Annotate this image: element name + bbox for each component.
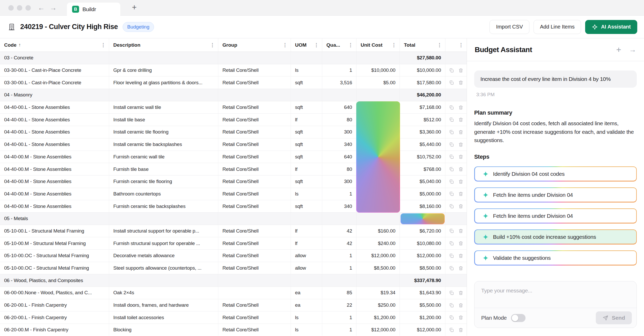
unit-cost-cell[interactable]: $19.34 <box>356 287 400 299</box>
plan-mode-toggle[interactable] <box>511 314 526 322</box>
plan-step-card-5[interactable]: Validate the suggestions <box>474 250 637 265</box>
column-header-actions[interactable]: ⋮ <box>445 38 467 52</box>
total-cell[interactable]: $6,720.00 <box>400 225 445 237</box>
code-cell[interactable]: 04-40-00.L - Stone Assemblies <box>0 126 109 138</box>
description-cell[interactable]: Oak 2×4s <box>109 287 218 299</box>
code-cell[interactable]: 04-40-00.L - Stone Assemblies <box>0 101 109 114</box>
total-cell[interactable]: $512.00 <box>400 114 445 126</box>
trash-icon[interactable] <box>458 303 464 308</box>
add-line-items-button[interactable]: Add Line Items <box>534 20 581 34</box>
copy-icon[interactable] <box>449 253 454 258</box>
column-header-uom[interactable]: UOM⋮ <box>291 38 322 52</box>
group-cell[interactable]: Retail Core/Shell <box>218 163 291 175</box>
trash-icon[interactable] <box>458 315 464 320</box>
group-cell[interactable]: Retail Core/Shell <box>218 262 291 274</box>
copy-icon[interactable] <box>449 265 454 271</box>
total-cell[interactable]: $12,000.00 <box>400 324 445 336</box>
code-cell[interactable]: 04-40-00.L - Stone Assemblies <box>0 138 109 151</box>
quantity-cell[interactable]: 1 <box>322 250 356 262</box>
description-cell[interactable]: Bathroom countertops <box>109 188 218 200</box>
description-cell[interactable]: Install ceramic tile flooring <box>109 126 218 138</box>
group-cell[interactable]: Retail Core/Shell <box>218 311 291 324</box>
code-cell[interactable]: 06-20-00.L - Finish Carpentry <box>0 299 109 311</box>
code-cell[interactable]: 05-10-00.OC - Structural Metal Framing <box>0 262 109 274</box>
trash-icon[interactable] <box>458 154 464 159</box>
column-header-total[interactable]: Total⋮ <box>400 38 445 52</box>
browser-tab-buildr[interactable]: B Buildr <box>67 3 120 16</box>
window-zoom-button[interactable] <box>25 5 31 11</box>
column-header-code[interactable]: Code↑⋮ <box>0 38 109 52</box>
unit-cost-cell[interactable]: $12,000.00 <box>356 250 400 262</box>
description-cell[interactable]: Floor leveling at glass partitions & doo… <box>109 76 218 89</box>
quantity-cell[interactable]: 85 <box>322 287 356 299</box>
unit-cost-cell[interactable]: $16.80 <box>356 151 400 163</box>
unit-cost-cell[interactable]: $10,000.00 <box>356 64 400 76</box>
group-cell[interactable]: Retail Core/Shell <box>218 101 291 114</box>
description-cell[interactable]: Install toilet accessories <box>109 311 218 324</box>
code-cell[interactable]: 05-10-00.OC - Structural Metal Framing <box>0 250 109 262</box>
copy-icon[interactable] <box>449 80 454 85</box>
total-cell[interactable]: $1,200.00 <box>400 311 445 324</box>
description-cell[interactable]: Furnish ceramic tile flooring <box>109 176 218 188</box>
code-cell[interactable]: 06-20-00.M - Finish Carpentry <box>0 324 109 336</box>
plan-step-card-2[interactable]: Fetch line items under Division 04 <box>474 187 637 202</box>
group-cell[interactable]: Retail Core/Shell <box>218 114 291 126</box>
group-cell[interactable]: Retail Core/Shell <box>218 138 291 151</box>
uom-cell[interactable]: ls <box>291 311 322 324</box>
code-cell[interactable]: 05-10-00.L - Structural Metal Framing <box>0 225 109 237</box>
code-cell[interactable]: 04-40-00.L - Stone Assemblies <box>0 114 109 126</box>
description-cell[interactable]: Install tile base <box>109 114 218 126</box>
total-cell[interactable]: $5,500.00 <box>400 299 445 311</box>
copy-icon[interactable] <box>449 179 454 184</box>
description-cell[interactable]: Furnish ceramic tile backsplashes <box>109 200 218 212</box>
trash-icon[interactable] <box>458 129 464 135</box>
unit-cost-cell[interactable]: $250.00 <box>356 299 400 311</box>
total-cell[interactable]: $12,000.00 <box>400 250 445 262</box>
total-cell[interactable]: $10,752.00 <box>400 151 445 163</box>
quantity-cell[interactable]: 300 <box>322 176 356 188</box>
code-cell[interactable]: 04-40-00.M - Stone Assemblies <box>0 200 109 212</box>
copy-icon[interactable] <box>449 105 454 110</box>
column-header-description[interactable]: Description⋮ <box>109 38 218 52</box>
group-cell[interactable]: Retail Core/Shell <box>218 237 291 249</box>
unit-cost-cell[interactable]: $11.20 <box>356 101 400 114</box>
description-cell[interactable]: Blocking <box>109 324 218 336</box>
plan-step-card-1[interactable]: Identify Division 04 cost codes <box>474 166 637 181</box>
unit-cost-cell[interactable]: $24.00 <box>356 200 400 212</box>
copy-icon[interactable] <box>449 154 454 159</box>
description-cell[interactable]: Furnish structural support for operable … <box>109 237 218 249</box>
group-cell[interactable]: Retail Core/Shell <box>218 126 291 138</box>
trash-icon[interactable] <box>458 179 464 184</box>
quantity-cell[interactable]: 300 <box>322 126 356 138</box>
trash-icon[interactable] <box>458 166 464 172</box>
copy-icon[interactable] <box>449 228 454 234</box>
column-header-qua-[interactable]: Qua...⋮ <box>322 38 356 52</box>
trash-icon[interactable] <box>458 290 464 296</box>
code-cell[interactable]: 06-00-00.None - Wood, Plastics, and C... <box>0 287 109 299</box>
unit-cost-cell[interactable]: $5,000.00 <box>356 188 400 200</box>
total-cell[interactable]: $768.00 <box>400 163 445 175</box>
total-cell[interactable]: $8,160.00 <box>400 200 445 212</box>
unit-cost-cell[interactable]: $16.80 <box>356 176 400 188</box>
quantity-cell[interactable]: 42 <box>322 237 356 249</box>
description-cell[interactable]: Install ceramic tile backsplashes <box>109 138 218 151</box>
column-menu-icon[interactable]: ⋮ <box>101 43 106 47</box>
unit-cost-cell[interactable]: $9.60 <box>356 163 400 175</box>
quantity-cell[interactable]: 80 <box>322 163 356 175</box>
back-icon[interactable]: ← <box>37 0 46 16</box>
description-cell[interactable]: Install ceramic wall tile <box>109 101 218 114</box>
trash-icon[interactable] <box>458 265 464 271</box>
group-cell[interactable]: Retail Core/Shell <box>218 151 291 163</box>
description-cell[interactable]: Steel supports allowance (countertops, .… <box>109 262 218 274</box>
description-cell[interactable]: Furnish tile base <box>109 163 218 175</box>
new-chat-icon[interactable]: + <box>616 45 621 54</box>
uom-cell[interactable]: lf <box>291 163 322 175</box>
plan-step-card-4[interactable]: Build +10% cost code increase suggestion… <box>474 229 637 244</box>
send-button[interactable]: Send <box>596 311 632 324</box>
code-cell[interactable]: 03-30-00.L - Cast-in-Place Concrete <box>0 76 109 89</box>
quantity-cell[interactable]: 80 <box>322 114 356 126</box>
column-menu-icon[interactable]: ⋮ <box>210 43 215 47</box>
total-cell[interactable]: $1,643.90 <box>400 287 445 299</box>
column-menu-icon[interactable]: ⋮ <box>314 43 319 47</box>
description-cell[interactable]: Decorative metals allowance <box>109 250 218 262</box>
